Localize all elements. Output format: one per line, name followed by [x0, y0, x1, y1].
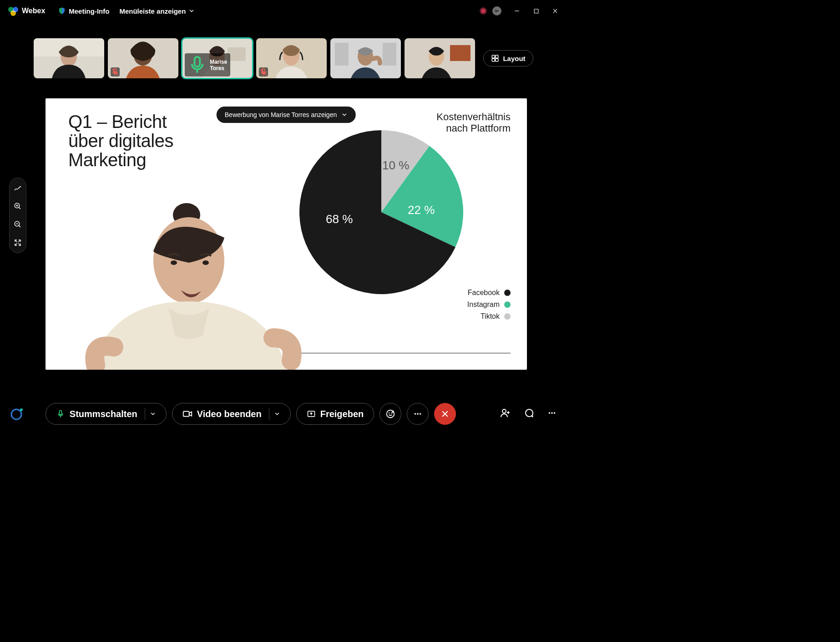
mute-button[interactable]: Stummschalten	[46, 403, 167, 425]
legend-label: Facebook	[468, 289, 500, 297]
fit-screen-icon[interactable]	[13, 238, 22, 247]
legend-label: Instagram	[467, 301, 500, 309]
svg-point-0	[495, 10, 497, 12]
svg-point-35	[391, 413, 392, 413]
layout-button[interactable]: Layout	[483, 50, 533, 66]
window-close-button[interactable]	[552, 7, 559, 15]
muted-mic-icon	[111, 67, 120, 76]
ellipsis-icon	[547, 408, 557, 418]
annotate-pen-icon[interactable]	[13, 183, 22, 193]
chevron-down-icon	[341, 112, 348, 118]
svg-point-30	[20, 408, 23, 411]
share-button-label: Freigeben	[320, 409, 364, 419]
shared-content-stage: Bewerbung von Marise Torres anzeigen Q1 …	[46, 98, 527, 370]
chart-title-line: Kostenverhältnis	[436, 111, 511, 122]
svg-point-38	[420, 413, 421, 415]
legend-item: Instagram	[467, 301, 511, 309]
slide-title: Q1 – Bericht über digitales Marketing	[68, 112, 173, 169]
view-presenter-label: Bewerbung von Marise Torres anzeigen	[225, 111, 337, 118]
top-bar: Webex Meeting-Info Menüleiste anzeigen	[0, 0, 567, 22]
svg-point-26	[202, 260, 209, 265]
recording-indicator-icon[interactable]	[480, 7, 487, 15]
layout-button-label: Layout	[503, 55, 525, 62]
svg-point-25	[171, 260, 177, 265]
participant-thumbnail[interactable]	[256, 38, 327, 78]
encryption-lock-icon[interactable]	[492, 6, 501, 15]
svg-rect-8	[228, 47, 246, 61]
layout-grid-icon	[491, 54, 499, 62]
pie-chart: 68 % 22 % 10 %	[299, 130, 463, 294]
active-speaker-label: Marise Tores	[185, 53, 230, 76]
assistant-icon[interactable]	[10, 407, 24, 421]
svg-point-39	[502, 409, 506, 413]
emoji-icon	[385, 409, 395, 419]
menu-toggle-button[interactable]: Menüleiste anzeigen	[119, 7, 195, 15]
svg-point-42	[554, 412, 556, 414]
meeting-info-button[interactable]: Meeting-Info	[58, 7, 109, 15]
mute-options-chevron[interactable]	[145, 408, 156, 420]
slide-title-line: Q1 – Bericht	[68, 112, 173, 131]
chevron-down-icon	[188, 8, 195, 14]
share-button[interactable]: Freigeben	[296, 403, 374, 425]
shield-icon	[58, 7, 66, 15]
mic-icon	[56, 409, 65, 418]
legend-swatch	[504, 301, 511, 308]
panel-options-button[interactable]	[547, 408, 557, 420]
legend-label: Tiktok	[481, 312, 500, 321]
participant-thumbnail[interactable]	[34, 38, 104, 78]
participant-thumbnail[interactable]	[330, 38, 401, 78]
menu-toggle-label: Menüleiste anzeigen	[119, 7, 186, 15]
ellipsis-icon	[413, 409, 423, 419]
participant-thumbnail-active[interactable]: Marise Tores	[182, 38, 253, 78]
more-options-button[interactable]	[407, 403, 429, 425]
muted-mic-icon	[259, 67, 268, 76]
share-screen-icon	[307, 409, 316, 418]
video-button[interactable]: Video beenden	[172, 403, 291, 425]
camera-icon	[182, 409, 192, 419]
pie-slice-label: 10 %	[382, 158, 409, 173]
participant-thumbnail[interactable]	[405, 38, 475, 78]
window-minimize-button[interactable]	[513, 7, 521, 15]
person-add-icon	[500, 408, 511, 418]
legend-item: Tiktok	[467, 312, 511, 321]
close-icon	[441, 410, 449, 418]
chat-bubble-icon	[523, 408, 534, 418]
leave-meeting-button[interactable]	[434, 403, 456, 425]
slide-title-line: über digitales	[68, 131, 173, 150]
reactions-button[interactable]	[380, 403, 401, 425]
chevron-down-icon	[274, 411, 280, 417]
legend-item: Facebook	[467, 289, 511, 297]
zoom-out-icon[interactable]	[13, 220, 22, 229]
pie-slice-label: 22 %	[408, 203, 435, 217]
app-logo: Webex	[8, 6, 45, 16]
svg-point-36	[415, 413, 416, 415]
chat-panel-button[interactable]	[523, 408, 534, 420]
participants-panel-button[interactable]	[500, 408, 511, 420]
svg-rect-31	[183, 412, 189, 417]
mute-button-label: Stummschalten	[70, 409, 137, 419]
meeting-controls-bar: Stummschalten Video beenden Freigeben	[0, 394, 567, 433]
zoom-in-icon[interactable]	[13, 202, 22, 211]
legend-swatch	[504, 290, 511, 296]
meeting-info-label: Meeting-Info	[69, 7, 109, 15]
active-speaker-name: Marise Tores	[210, 59, 227, 71]
svg-point-40	[549, 412, 551, 414]
video-options-chevron[interactable]	[269, 408, 280, 420]
app-name: Webex	[22, 7, 45, 15]
window-maximize-button[interactable]	[532, 7, 540, 15]
pie-slice-label: 68 %	[326, 212, 353, 226]
legend-swatch	[504, 313, 511, 320]
slide-title-line: Marketing	[68, 150, 173, 169]
svg-rect-13	[335, 43, 349, 66]
presenter-overlay	[64, 197, 309, 370]
svg-point-29	[11, 409, 21, 419]
participant-thumbnail[interactable]	[108, 38, 178, 78]
webex-logo-icon	[8, 6, 18, 16]
svg-rect-17	[450, 45, 471, 61]
svg-rect-1	[534, 9, 538, 13]
video-button-label: Video beenden	[197, 409, 262, 419]
chart-legend: Facebook Instagram Tiktok	[467, 289, 511, 324]
view-presenter-pill[interactable]: Bewerbung von Marise Torres anzeigen	[217, 107, 356, 123]
mic-active-icon	[187, 54, 208, 76]
svg-rect-22	[496, 59, 498, 61]
